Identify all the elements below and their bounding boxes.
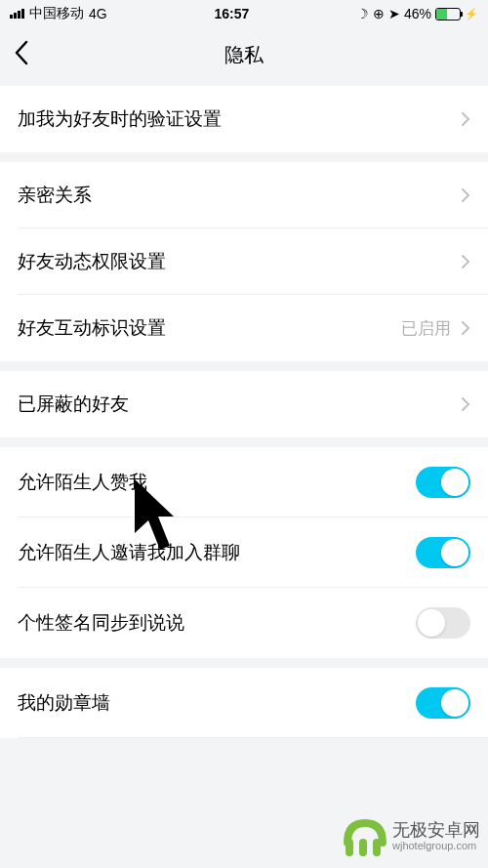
nav-header: 隐私 bbox=[0, 27, 488, 82]
chevron-right-icon bbox=[461, 111, 470, 127]
status-left: 中国移动 4G bbox=[10, 5, 107, 22]
settings-group-3: 已屏蔽的好友 bbox=[0, 371, 488, 437]
status-time: 16:57 bbox=[214, 6, 249, 21]
settings-group-1: 加我为好友时的验证设置 bbox=[0, 86, 488, 152]
row-interaction-badge[interactable]: 好友互动标识设置 已启用 bbox=[0, 295, 488, 361]
page-title: 隐私 bbox=[224, 42, 264, 68]
row-label: 允许陌生人赞我 bbox=[18, 470, 147, 495]
watermark-url: wjhotelgroup.com bbox=[392, 840, 476, 851]
row-blocked-friends[interactable]: 已屏蔽的好友 bbox=[0, 371, 488, 437]
watermark-logo-icon bbox=[344, 813, 386, 856]
row-label: 已屏蔽的好友 bbox=[18, 392, 129, 417]
chevron-right-icon bbox=[461, 187, 470, 203]
carrier-text: 中国移动 bbox=[29, 5, 84, 22]
row-medal-wall: 我的勋章墙 bbox=[0, 668, 488, 738]
network-text: 4G bbox=[89, 6, 107, 21]
chevron-right-icon bbox=[461, 396, 470, 412]
toggle-sig-sync[interactable] bbox=[416, 607, 470, 639]
location-icon: ➤ bbox=[388, 6, 400, 21]
row-label: 个性签名同步到说说 bbox=[18, 610, 184, 636]
chevron-right-icon bbox=[461, 254, 470, 269]
row-stranger-group: 允许陌生人邀请我加入群聊 bbox=[0, 517, 488, 588]
signal-icon bbox=[10, 9, 24, 19]
watermark-text: 无极安卓网 bbox=[392, 818, 480, 842]
orientation-lock-icon: ⊕ bbox=[373, 6, 385, 21]
chevron-left-icon bbox=[14, 40, 29, 65]
toggle-medal-wall[interactable] bbox=[416, 687, 470, 719]
status-right: ☽ ⊕ ➤ 46% ⚡ bbox=[356, 6, 478, 21]
row-sig-sync: 个性签名同步到说说 bbox=[0, 588, 488, 658]
row-label: 允许陌生人邀请我加入群聊 bbox=[18, 540, 240, 565]
row-intimate[interactable]: 亲密关系 bbox=[0, 162, 488, 228]
battery-text: 46% bbox=[404, 6, 431, 21]
battery-icon bbox=[435, 8, 461, 21]
row-label: 好友动态权限设置 bbox=[18, 249, 166, 274]
row-label: 加我为好友时的验证设置 bbox=[18, 106, 222, 132]
charging-icon: ⚡ bbox=[465, 8, 478, 21]
toggle-stranger-group[interactable] bbox=[416, 537, 470, 568]
back-button[interactable] bbox=[14, 40, 29, 70]
row-friend-verify[interactable]: 加我为好友时的验证设置 bbox=[0, 86, 488, 152]
chevron-right-icon bbox=[461, 320, 470, 336]
settings-group-2: 亲密关系 好友动态权限设置 好友互动标识设置 已启用 bbox=[0, 162, 488, 361]
row-label: 好友互动标识设置 bbox=[18, 315, 166, 341]
watermark: 无极安卓网 wjhotelgroup.com bbox=[344, 813, 480, 856]
row-stranger-like: 允许陌生人赞我 bbox=[0, 447, 488, 517]
row-label: 亲密关系 bbox=[18, 183, 92, 208]
settings-group-5: 我的勋章墙 bbox=[0, 668, 488, 738]
settings-group-4: 允许陌生人赞我 允许陌生人邀请我加入群聊 个性签名同步到说说 bbox=[0, 447, 488, 658]
status-bar: 中国移动 4G 16:57 ☽ ⊕ ➤ 46% ⚡ bbox=[0, 0, 488, 27]
toggle-stranger-like[interactable] bbox=[416, 467, 470, 498]
row-label: 我的勋章墙 bbox=[18, 690, 110, 716]
row-value: 已启用 bbox=[401, 317, 451, 340]
moon-icon: ☽ bbox=[356, 6, 369, 21]
row-feed-permission[interactable]: 好友动态权限设置 bbox=[0, 228, 488, 295]
